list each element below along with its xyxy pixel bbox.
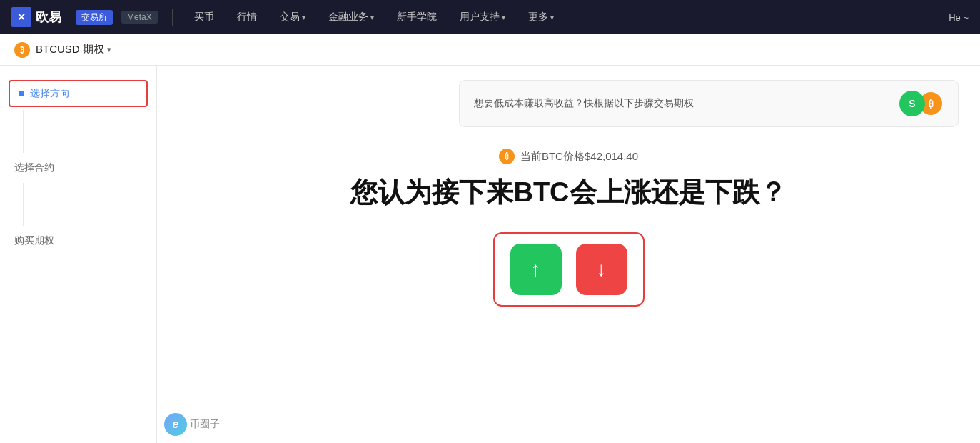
watermark-text: 币圈子 bbox=[190, 418, 220, 431]
btc-icon-sm: ₿ bbox=[499, 149, 515, 164]
step-dot-direction bbox=[19, 91, 24, 96]
main-content: 选择方向 选择合约 购买期权 想要低成本赚取高收益？快根据以下步骤交易期权 S … bbox=[0, 66, 980, 443]
info-box-text: 想要低成本赚取高收益？快根据以下步骤交易期权 bbox=[474, 97, 694, 110]
nav-more-chevron: ▾ bbox=[550, 14, 554, 21]
nav-divider bbox=[172, 9, 173, 26]
nav-finance[interactable]: 金融业务 ▾ bbox=[321, 11, 381, 24]
sub-title-chevron: ▾ bbox=[107, 45, 111, 54]
main-question: 您认为接下来BTC会上涨还是下跌？ bbox=[350, 174, 786, 211]
down-button[interactable]: ↓ bbox=[576, 244, 627, 295]
logo-text: 欧易 bbox=[36, 9, 61, 26]
nav-more[interactable]: 更多 ▾ bbox=[521, 11, 561, 24]
sub-title[interactable]: BTCUSD 期权 ▾ bbox=[36, 43, 111, 56]
nav-right: He ~ bbox=[949, 12, 969, 23]
watermark: e 币圈子 bbox=[164, 413, 220, 436]
down-arrow-icon: ↓ bbox=[597, 259, 607, 279]
exchange-badge[interactable]: 交易所 bbox=[76, 10, 113, 25]
right-area: 想要低成本赚取高收益？快根据以下步骤交易期权 S ₿ ₿ 当前BTC价格$42,… bbox=[157, 66, 980, 443]
logo-icon: ✕ bbox=[11, 7, 31, 27]
sub-header: ₿ BTCUSD 期权 ▾ bbox=[0, 34, 980, 66]
up-button[interactable]: ↑ bbox=[510, 244, 562, 295]
logo[interactable]: ✕ 欧易 bbox=[11, 7, 61, 27]
nav-trade[interactable]: 交易 ▾ bbox=[273, 11, 313, 24]
metax-badge[interactable]: MetaX bbox=[121, 11, 158, 24]
icon-circle-s: S bbox=[899, 91, 925, 116]
sidebar-step-divider-1 bbox=[23, 110, 24, 153]
watermark-icon: e bbox=[164, 413, 187, 436]
direction-buttons-wrapper: ↑ ↓ bbox=[493, 232, 645, 307]
sidebar-step-buy[interactable]: 购买期权 bbox=[0, 227, 156, 254]
sidebar-step-contract[interactable]: 选择合约 bbox=[0, 154, 156, 181]
up-arrow-icon: ↑ bbox=[531, 259, 541, 279]
user-greeting[interactable]: He ~ bbox=[949, 12, 969, 23]
nav-trade-chevron: ▾ bbox=[302, 14, 305, 21]
sidebar-step-divider-2 bbox=[23, 183, 24, 226]
navbar: ✕ 欧易 交易所 MetaX 买币 行情 交易 ▾ 金融业务 ▾ 新手学院 用户… bbox=[0, 0, 980, 34]
left-sidebar: 选择方向 选择合约 购买期权 bbox=[0, 66, 157, 443]
center-content: ₿ 当前BTC价格$42,014.40 您认为接下来BTC会上涨还是下跌？ ↑ … bbox=[178, 149, 959, 307]
nav-market[interactable]: 行情 bbox=[230, 11, 264, 24]
nav-support-chevron: ▾ bbox=[502, 14, 505, 21]
info-box-icons: S ₿ bbox=[899, 91, 944, 116]
btc-price-row: ₿ 当前BTC价格$42,014.40 bbox=[499, 149, 638, 164]
info-box: 想要低成本赚取高收益？快根据以下步骤交易期权 S ₿ bbox=[459, 80, 959, 127]
nav-academy[interactable]: 新手学院 bbox=[390, 11, 444, 24]
nav-finance-chevron: ▾ bbox=[370, 14, 374, 21]
nav-buy[interactable]: 买币 bbox=[187, 11, 221, 24]
sidebar-step-direction[interactable]: 选择方向 bbox=[9, 80, 148, 107]
btc-price-text: 当前BTC价格$42,014.40 bbox=[520, 150, 638, 164]
nav-support[interactable]: 用户支持 ▾ bbox=[453, 11, 512, 24]
btc-badge: ₿ bbox=[14, 42, 30, 58]
